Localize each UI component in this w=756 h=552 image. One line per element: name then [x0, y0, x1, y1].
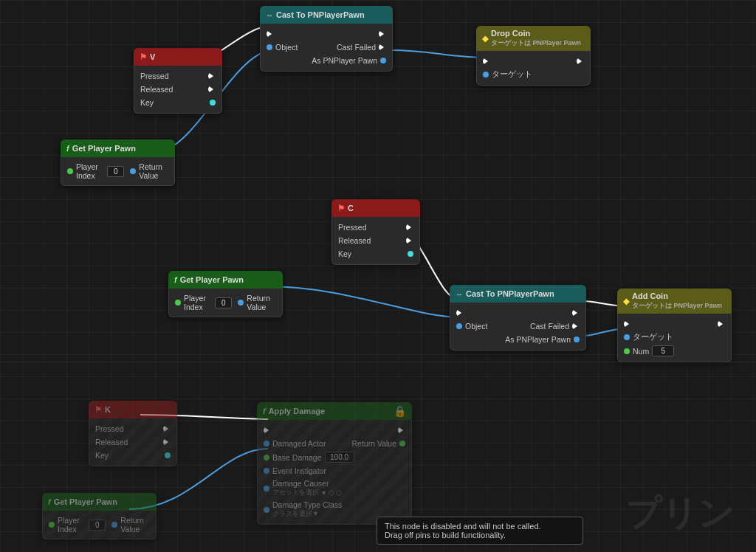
add-coin-exec-in[interactable] [624, 320, 631, 328]
node-drop-coin[interactable]: ◆ Drop Coin ターゲットは PNPlayer Pawn ターゲット [476, 26, 591, 86]
keyboard-icon: ⚑ [94, 405, 102, 415]
cast2-aspnplayer-row: As PNPlayer Pawn [450, 333, 585, 346]
cast1-object-row: Object Cast Failed [261, 41, 392, 54]
node-k-body: Pressed Released Key [89, 418, 177, 466]
key-pin[interactable] [210, 100, 216, 106]
node-row-released: Released [134, 83, 221, 96]
cast1-as-pnplayer-pin[interactable] [380, 58, 386, 63]
node-v-key[interactable]: ⚑ V Pressed Released Key [134, 48, 222, 114]
drop-coin-exec-out[interactable] [577, 58, 584, 65]
drop-coin-exec-row [477, 55, 590, 68]
k-pressed-row: Pressed [89, 422, 176, 435]
node-cast2-header: ↔ Cast To PNPlayerPawn [450, 285, 586, 303]
gpp1-self-pin[interactable] [67, 168, 73, 174]
cast2-exec-row [450, 306, 585, 320]
node-c-header: ⚑ C [331, 199, 420, 217]
gpp2-playerindex-input[interactable]: 0 [215, 297, 232, 308]
node-cast1-header: ↔ Cast To PNPlayerPawn [260, 6, 393, 24]
node-k-key[interactable]: ⚑ K Pressed Released Key [89, 401, 177, 466]
node-cast-pnplayer-2[interactable]: ↔ Cast To PNPlayerPawn Object Cast Faile… [450, 285, 586, 351]
cast1-failed-pin[interactable] [379, 44, 386, 51]
cast2-exec-out[interactable] [572, 309, 580, 317]
apply-damage-base-damage-row: Base Damage 100.0 [258, 450, 411, 464]
cast1-aspnplayer-row: As PNPlayer Pawn [261, 54, 392, 67]
node-get-player-pawn-1[interactable]: f Get Player Pawn Player Index 0 Return … [61, 139, 175, 186]
watermark: プリン [625, 490, 734, 537]
node-get-player-pawn-3[interactable]: f Get Player Pawn Player Index 0 Return … [42, 493, 157, 539]
node-apply-damage-header: f Apply Damage 🔒 [257, 402, 412, 420]
c-released-row: Released [332, 234, 419, 247]
node-apply-damage[interactable]: f Apply Damage 🔒 Damaged Actor Return Va… [257, 402, 412, 525]
k-key-row: Key [89, 449, 176, 462]
cast1-object-in[interactable] [267, 44, 272, 50]
gpp1-return-pin[interactable] [130, 168, 136, 174]
node-gpp1-body: Player Index 0 Return Value [61, 157, 175, 186]
apply-damage-return-pin[interactable] [399, 441, 405, 446]
apply-damage-causer-pin[interactable] [264, 486, 269, 491]
apply-damage-exec-out[interactable] [398, 427, 405, 434]
cast1-exec-in[interactable] [267, 30, 274, 38]
pressed-pin[interactable] [208, 72, 216, 80]
gpp2-playerindex-row: Player Index 0 Return Value [169, 292, 282, 313]
drop-coin-target-row: ターゲット [477, 68, 590, 81]
cast1-exec-out[interactable] [379, 30, 386, 38]
node-row-pressed: Pressed [134, 69, 221, 83]
gpp3-return-pin[interactable] [111, 522, 117, 528]
add-coin-num-input[interactable]: 5 [652, 345, 674, 356]
node-cast2-body: Object Cast Failed As PNPlayer Pawn [450, 303, 586, 351]
released-pin[interactable] [208, 86, 216, 93]
gpp2-self-pin[interactable] [175, 300, 181, 306]
apply-damage-base-damage-input[interactable]: 100.0 [325, 452, 354, 463]
apply-damage-base-damage-pin[interactable] [264, 455, 269, 460]
apply-damage-exec-in[interactable] [264, 427, 271, 434]
disabled-node-tooltip: This node is disabled and will not be ca… [377, 517, 583, 545]
node-get-player-pawn-2[interactable]: f Get Player Pawn Player Index 0 Return … [168, 271, 283, 317]
node-cast1-body: Object Cast Failed As PNPlayer Pawn [260, 24, 393, 72]
c-pressed-row: Pressed [332, 221, 419, 234]
node-drop-coin-header: ◆ Drop Coin ターゲットは PNPlayer Pawn [476, 26, 591, 51]
k-key-pin[interactable] [165, 452, 171, 458]
add-coin-exec-out[interactable] [718, 320, 725, 328]
cast2-object-in[interactable] [456, 323, 462, 329]
gpp3-playerindex-input[interactable]: 0 [89, 520, 106, 531]
c-key-pin[interactable] [408, 251, 413, 257]
node-gpp1-header: f Get Player Pawn [61, 139, 175, 157]
gpp3-playerindex-row: Player Index 0 Return Value [43, 514, 156, 535]
keyboard-icon: ⚑ [337, 204, 345, 213]
k-released-row: Released [89, 435, 176, 449]
node-cast-pnplayer-1[interactable]: ↔ Cast To PNPlayerPawn Object Cast Faile… [260, 6, 393, 72]
node-c-key[interactable]: ⚑ C Pressed Released Key [331, 199, 420, 265]
node-v-header: ⚑ V [134, 48, 222, 66]
gpp2-return-pin[interactable] [238, 300, 244, 306]
node-drop-coin-body: ターゲット [476, 51, 591, 86]
apply-damage-damaged-actor-pin[interactable] [264, 441, 269, 446]
drop-coin-target-in[interactable] [483, 72, 489, 77]
apply-damage-causer-row: Damage Causer アセットを選択 ▼ ⬡ ⬡ [258, 477, 411, 499]
drop-coin-exec-in[interactable] [483, 58, 490, 65]
node-row-key: Key [134, 96, 221, 109]
apply-damage-exec-row [258, 424, 411, 437]
node-gpp2-header: f Get Player Pawn [168, 271, 283, 289]
k-released-pin[interactable] [163, 438, 171, 446]
node-v-body: Pressed Released Key [134, 66, 222, 114]
add-coin-num-row: Num 5 [618, 344, 731, 358]
c-released-pin[interactable] [406, 237, 413, 244]
apply-damage-type-pin[interactable] [264, 507, 269, 513]
cast2-failed-pin[interactable] [572, 322, 580, 330]
node-k-header: ⚑ K [89, 401, 177, 418]
node-add-coin[interactable]: ◆ Add Coin ターゲットは PNPlayer Pawn ターゲット Nu… [617, 289, 732, 362]
c-pressed-pin[interactable] [406, 224, 413, 231]
add-coin-num-pin[interactable] [624, 348, 630, 354]
node-apply-damage-body: Damaged Actor Return Value Base Damage 1… [257, 420, 412, 525]
cast2-as-pnplayer-pin[interactable] [574, 337, 580, 342]
gpp1-playerindex-input[interactable]: 0 [107, 166, 124, 177]
node-c-body: Pressed Released Key [331, 217, 420, 265]
k-pressed-pin[interactable] [163, 425, 171, 432]
keyboard-icon: ⚑ [140, 52, 147, 62]
node-add-coin-body: ターゲット Num 5 [617, 314, 732, 362]
cast2-exec-in[interactable] [456, 309, 464, 317]
apply-damage-instigator-pin[interactable] [264, 468, 269, 474]
gpp3-self-pin[interactable] [49, 522, 55, 528]
add-coin-target-in[interactable] [624, 334, 630, 340]
node-add-coin-header: ◆ Add Coin ターゲットは PNPlayer Pawn [617, 289, 732, 314]
